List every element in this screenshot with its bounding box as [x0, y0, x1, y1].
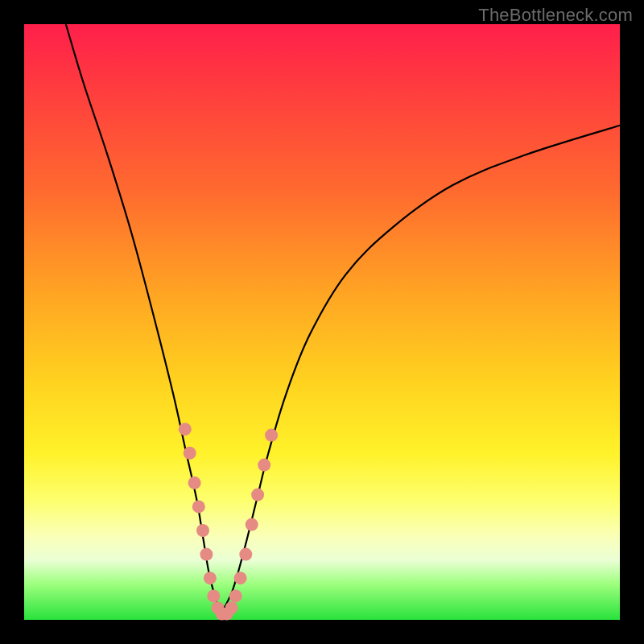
curve-left-branch: [66, 24, 221, 614]
highlight-beads: [179, 423, 278, 620]
bead-marker: [204, 572, 217, 584]
bead-marker: [258, 459, 270, 472]
bead-marker: [251, 489, 264, 502]
curve-right-branch: [221, 126, 620, 614]
bead-marker: [179, 423, 192, 436]
bead-marker: [225, 601, 238, 614]
bead-marker: [265, 429, 278, 442]
bead-marker: [192, 500, 205, 513]
bead-marker: [200, 548, 213, 561]
bead-marker: [229, 589, 242, 602]
bead-marker: [184, 447, 196, 460]
bead-marker: [239, 548, 252, 561]
outer-frame: TheBottleneck.com: [0, 0, 644, 644]
chart-svg: [24, 24, 620, 620]
bead-marker: [234, 572, 247, 584]
bead-marker: [246, 518, 258, 531]
bead-marker: [196, 524, 209, 537]
plot-area: [24, 24, 620, 620]
bead-marker: [207, 589, 220, 602]
bead-marker: [188, 477, 201, 489]
watermark-label: TheBottleneck.com: [478, 5, 633, 26]
